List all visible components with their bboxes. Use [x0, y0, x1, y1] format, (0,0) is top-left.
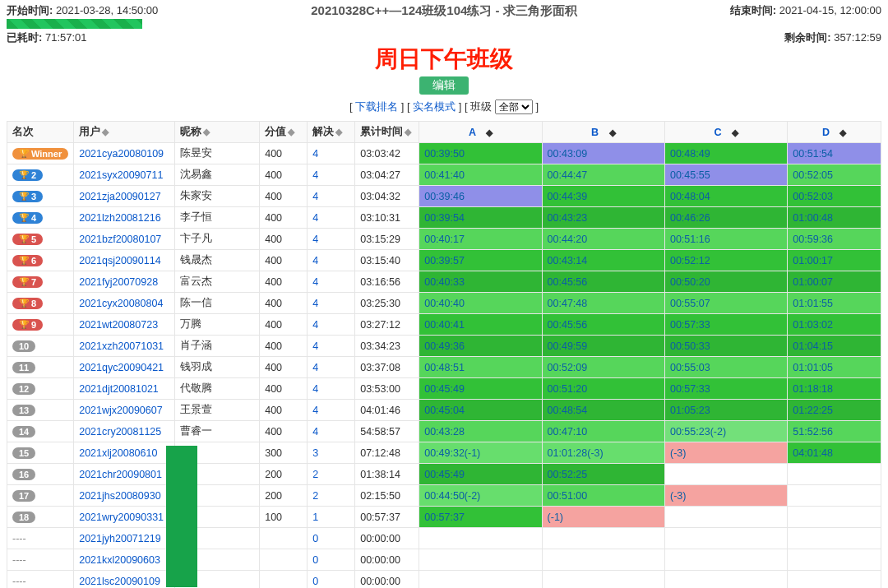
problem-cell[interactable]: (-1)	[542, 507, 664, 528]
problem-cell[interactable]: 00:45:04	[419, 400, 542, 421]
problem-cell[interactable]: 01:00:48	[788, 207, 881, 229]
user-link[interactable]: 2021fyj20070928	[79, 276, 158, 288]
solved-link[interactable]: 0	[312, 576, 318, 587]
problem-cell[interactable]: 00:57:33	[664, 314, 787, 336]
problem-cell[interactable]: 00:52:09	[542, 357, 664, 378]
solved-link[interactable]: 4	[312, 191, 318, 202]
problem-cell[interactable]: 00:40:41	[419, 314, 542, 336]
problem-cell[interactable]: 00:52:03	[788, 186, 881, 207]
problem-cell[interactable]: 00:43:23	[542, 207, 664, 229]
problem-cell[interactable]	[419, 571, 542, 589]
solved-link[interactable]: 2	[312, 490, 318, 502]
problem-cell[interactable]: 00:55:03	[664, 357, 787, 378]
problem-cell[interactable]	[542, 571, 664, 589]
user-link[interactable]: 2021wjx20090607	[79, 405, 162, 416]
problem-cell[interactable]: 00:48:49	[664, 143, 787, 164]
solved-link[interactable]: 4	[312, 383, 318, 395]
problem-cell[interactable]: 00:52:05	[788, 164, 881, 186]
problem-cell[interactable]: 00:49:59	[542, 336, 664, 357]
problem-cell[interactable]: 01:22:25	[788, 400, 881, 421]
problem-cell[interactable]: 00:41:40	[419, 164, 542, 186]
problem-cell[interactable]: 00:39:57	[419, 250, 542, 271]
problem-cell[interactable]	[419, 528, 542, 549]
user-link[interactable]: 2021jyh20071219	[79, 533, 160, 544]
problem-cell[interactable]: 00:45:55	[664, 164, 787, 186]
problem-cell[interactable]	[788, 464, 881, 485]
problem-cell[interactable]: 00:50:20	[664, 271, 787, 293]
user-link[interactable]: 2021kxl20090603	[79, 554, 160, 566]
solved-link[interactable]: 4	[312, 234, 318, 245]
col-solved[interactable]: 解决◆	[308, 122, 355, 143]
solved-link[interactable]: 4	[312, 405, 318, 416]
problem-cell[interactable]: 00:59:36	[788, 229, 881, 250]
col-problem-c[interactable]: C ◆	[664, 122, 787, 143]
problem-cell[interactable]: 00:57:37	[419, 507, 542, 528]
col-nick[interactable]: 昵称◆	[175, 122, 260, 143]
user-link[interactable]: 2021syx20090711	[79, 169, 163, 181]
problem-cell[interactable]	[664, 571, 787, 589]
problem-cell[interactable]	[788, 549, 881, 571]
problem-cell[interactable]: 00:48:51	[419, 357, 542, 378]
problem-cell[interactable]: 00:39:50	[419, 143, 542, 164]
problem-cell[interactable]: 00:55:23(-2)	[664, 421, 787, 442]
user-link[interactable]: 2021lzh20081216	[79, 212, 160, 224]
problem-cell[interactable]: 00:47:10	[542, 421, 664, 442]
user-link[interactable]: 2021zja20090127	[79, 191, 160, 202]
problem-cell[interactable]: 04:01:48	[788, 442, 881, 464]
download-rank-link[interactable]: 下载排名	[355, 100, 398, 113]
problem-cell[interactable]: 00:43:28	[419, 421, 542, 442]
solved-link[interactable]: 4	[312, 212, 318, 224]
problem-cell[interactable]: 01:18:18	[788, 378, 881, 400]
problem-cell[interactable]	[788, 485, 881, 507]
solved-link[interactable]: 4	[312, 169, 318, 181]
problem-cell[interactable]: 01:01:05	[788, 357, 881, 378]
problem-cell[interactable]: 01:00:17	[788, 250, 881, 271]
user-link[interactable]: 2021wry20090331	[79, 512, 164, 523]
problem-cell[interactable]: 01:03:02	[788, 314, 881, 336]
solved-link[interactable]: 3	[312, 447, 318, 459]
problem-cell[interactable]: 00:45:56	[542, 314, 664, 336]
solved-link[interactable]: 4	[312, 255, 318, 266]
problem-cell[interactable]	[542, 549, 664, 571]
col-score[interactable]: 分值◆	[260, 122, 308, 143]
col-problem-a[interactable]: A ◆	[419, 122, 542, 143]
problem-cell[interactable]: 00:44:50(-2)	[419, 485, 542, 507]
solved-link[interactable]: 4	[312, 298, 318, 309]
user-link[interactable]: 2021cyx20080804	[79, 298, 163, 309]
user-link[interactable]: 2021bzf20080107	[79, 234, 161, 245]
problem-cell[interactable]	[788, 507, 881, 528]
user-link[interactable]: 2021wt20080723	[79, 319, 158, 331]
problem-cell[interactable]: 00:44:39	[542, 186, 664, 207]
col-user[interactable]: 用户◆	[74, 122, 175, 143]
problem-cell[interactable]: 00:44:20	[542, 229, 664, 250]
solved-link[interactable]: 1	[312, 512, 318, 523]
problem-cell[interactable]: 00:49:36	[419, 336, 542, 357]
user-link[interactable]: 2021chr20090801	[79, 469, 162, 480]
problem-cell[interactable]: 01:04:15	[788, 336, 881, 357]
col-penalty[interactable]: 累计时间◆	[355, 122, 419, 143]
col-problem-d[interactable]: D ◆	[788, 122, 881, 143]
problem-cell[interactable]	[664, 507, 787, 528]
problem-cell[interactable]	[419, 549, 542, 571]
problem-cell[interactable]: 01:01:28(-3)	[542, 442, 664, 464]
problem-cell[interactable]: 00:49:32(-1)	[419, 442, 542, 464]
problem-cell[interactable]: 00:51:00	[542, 485, 664, 507]
problem-cell[interactable]: 00:40:17	[419, 229, 542, 250]
solved-link[interactable]: 4	[312, 148, 318, 160]
user-link[interactable]: 2021xlj20080610	[79, 447, 157, 459]
user-link[interactable]: 2021qyc20090421	[79, 362, 164, 373]
solved-link[interactable]: 0	[312, 533, 318, 544]
solved-link[interactable]: 2	[312, 469, 318, 480]
problem-cell[interactable]: 00:39:46	[419, 186, 542, 207]
problem-cell[interactable]: 00:40:40	[419, 293, 542, 314]
col-problem-b[interactable]: B ◆	[542, 122, 664, 143]
problem-cell[interactable]: 00:55:07	[664, 293, 787, 314]
user-link[interactable]: 2021djt20081021	[79, 383, 159, 395]
problem-cell[interactable]: 00:51:54	[788, 143, 881, 164]
problem-cell[interactable]: 51:52:56	[788, 421, 881, 442]
problem-cell[interactable]: 01:05:23	[664, 400, 787, 421]
problem-cell[interactable]: 00:45:49	[419, 378, 542, 400]
problem-cell[interactable]: 00:48:54	[542, 400, 664, 421]
solved-link[interactable]: 0	[312, 554, 318, 566]
solved-link[interactable]: 4	[312, 362, 318, 373]
